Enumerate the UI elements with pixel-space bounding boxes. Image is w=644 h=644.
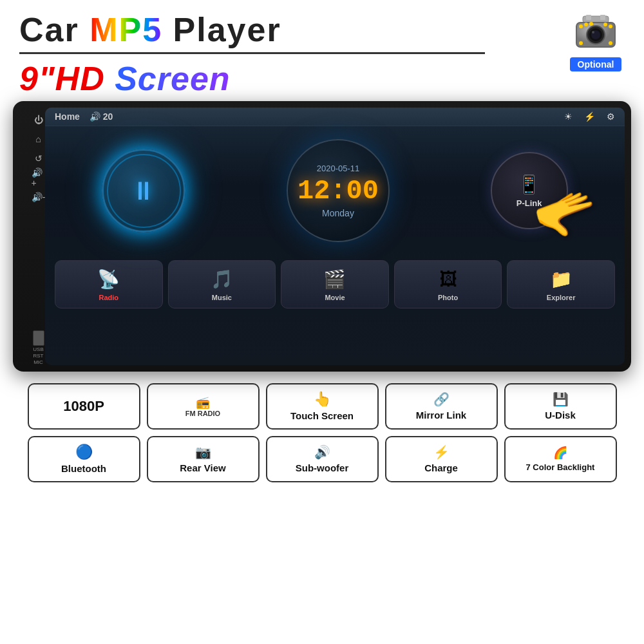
svg-point-12 [609, 24, 612, 28]
volume-display: 🔊 20 [90, 111, 113, 122]
features-row-1: 1080P 📻 FM RADIO 👆 Touch Screen 🔗 Mirror… [13, 383, 631, 430]
home-button[interactable]: ⌂ [32, 132, 46, 146]
feature-touch-label: Touch Screen [290, 410, 354, 422]
vol-up-button[interactable]: 🔊+ [32, 171, 46, 185]
rst-label: RST [33, 354, 44, 359]
settings-icon: ⚙ [607, 111, 615, 122]
charge-icon: ⚡ [433, 444, 450, 460]
backlight-icon: 🌈 [553, 446, 567, 460]
screen-title: 9"HD Screen [19, 59, 567, 98]
clock-date: 2020-05-11 [317, 164, 360, 173]
screen-topbar: Home 🔊 20 ☀ ⚡ ⚙ [45, 108, 625, 126]
feature-rearview: 📷 Rear View [147, 436, 260, 482]
music-label: Music [212, 294, 232, 301]
feature-subwoofer-label: Sub-woofer [296, 462, 349, 474]
feature-fm: 📻 FM RADIO [147, 383, 260, 430]
movie-icon: 🎬 [323, 269, 346, 290]
rearview-icon: 📷 [195, 444, 211, 460]
header: Car MP5 Player 9"HD Screen [0, 0, 644, 98]
topbar-right: ☀ ⚡ ⚙ [564, 111, 615, 122]
title-divider [19, 52, 485, 54]
clock-display: 2020-05-11 12:00 Monday [287, 139, 390, 242]
udisk-icon: 💾 [553, 392, 569, 407]
movie-label: Movie [325, 294, 345, 301]
feature-rearview-label: Rear View [180, 462, 225, 474]
home-label: Home [55, 111, 80, 122]
usb-label: USB [33, 347, 43, 352]
power-button[interactable]: ⏻ [32, 113, 46, 127]
inch-text: 9" [19, 60, 55, 97]
clock-day: Monday [322, 208, 354, 218]
player-text: Player [162, 11, 281, 48]
feature-mirror-label: Mirror Link [416, 410, 466, 421]
title-block: Car MP5 Player 9"HD Screen [19, 12, 567, 98]
screen-text: Screen [105, 60, 231, 97]
bluetooth-feature-icon: 🔵 [75, 444, 93, 460]
mirror-icon: 🔗 [433, 392, 450, 407]
back-button[interactable]: ↺ [32, 151, 46, 166]
feature-1080p: 1080P [28, 383, 140, 430]
svg-point-10 [589, 22, 593, 26]
brightness-icon: ☀ [564, 111, 573, 122]
photo-icon: 🖼 [439, 269, 457, 290]
feature-touch: 👆 Touch Screen [266, 383, 379, 430]
explorer-icon: 📁 [550, 269, 573, 290]
topbar-left: Home 🔊 20 [55, 111, 113, 122]
car-screen: Home 🔊 20 ☀ ⚡ ⚙ ⏸ 2020-05-11 [45, 108, 625, 365]
camera-block: Optional [567, 15, 625, 71]
subwoofer-icon: 🔊 [314, 444, 330, 460]
bluetooth-icon: ⚡ [584, 111, 595, 122]
music-app[interactable]: 🎵 Music [168, 260, 276, 308]
car-text: Car [19, 11, 90, 48]
mp5-text: MP5 [90, 11, 162, 48]
radio-app[interactable]: 📡 Radio [55, 260, 163, 308]
optional-badge: Optional [570, 57, 622, 71]
music-icon: 🎵 [211, 269, 233, 290]
feature-bluetooth-label: Bluetooth [61, 463, 106, 475]
touch-icon: 👆 [314, 391, 331, 408]
photo-label: Photo [438, 294, 458, 301]
svg-point-7 [592, 31, 594, 33]
camera-svg [567, 15, 625, 57]
svg-rect-1 [586, 15, 591, 20]
feature-backlight: 🌈 7 Color Backlight [504, 436, 617, 482]
features-row-2: 🔵 Bluetooth 📷 Rear View 🔊 Sub-woofer ⚡ C… [13, 436, 631, 482]
pause-ring [107, 154, 181, 228]
pause-button[interactable]: ⏸ [102, 149, 185, 232]
feature-charge-label: Charge [424, 462, 458, 474]
radio-icon: 📡 [97, 269, 120, 290]
vol-down-button[interactable]: 🔊- [32, 190, 46, 204]
explorer-label: Explorer [547, 294, 576, 301]
fm-radio-label: 📻 FM RADIO [185, 395, 220, 417]
svg-point-11 [603, 23, 607, 26]
device-container: ⏻ ⌂ ↺ 🔊+ 🔊- USB RST MIC Home 🔊 20 [13, 101, 631, 372]
svg-point-13 [579, 41, 583, 45]
radio-label: Radio [99, 294, 119, 301]
explorer-app[interactable]: 📁 Explorer [507, 260, 615, 308]
feature-udisk-label: U-Disk [545, 410, 576, 421]
svg-point-9 [584, 23, 588, 26]
hd-text: HD [55, 60, 105, 97]
movie-app[interactable]: 🎬 Movie [281, 260, 389, 308]
device-outer: ⏻ ⌂ ↺ 🔊+ 🔊- USB RST MIC Home 🔊 20 [13, 101, 631, 372]
svg-rect-2 [600, 15, 605, 20]
photo-app[interactable]: 🖼 Photo [394, 260, 502, 308]
phone-icon: 📱 [518, 174, 540, 195]
mp5-title: Car MP5 Player [19, 12, 567, 48]
feature-charge: ⚡ Charge [385, 436, 498, 482]
feature-backlight-label: 7 Color Backlight [526, 462, 595, 473]
camera-image [567, 15, 625, 53]
mic-label: MIC [33, 360, 43, 365]
svg-point-8 [579, 24, 583, 28]
features-section: 1080P 📻 FM RADIO 👆 Touch Screen 🔗 Mirror… [0, 378, 644, 494]
feature-subwoofer: 🔊 Sub-woofer [266, 436, 379, 482]
feature-udisk: 💾 U-Disk [504, 383, 617, 430]
svg-point-14 [609, 41, 612, 45]
clock-time: 12:00 [298, 176, 379, 207]
usb-port [33, 330, 44, 346]
feature-1080p-label: 1080P [63, 398, 104, 415]
feature-mirror: 🔗 Mirror Link [385, 383, 498, 430]
feature-bluetooth: 🔵 Bluetooth [28, 436, 140, 482]
screen-main-content: ⏸ 2020-05-11 12:00 Monday 📱 P-Link 🫳 [45, 126, 625, 255]
app-row: 📡 Radio 🎵 Music 🎬 Movie 🖼 Photo 📁 [45, 255, 625, 318]
